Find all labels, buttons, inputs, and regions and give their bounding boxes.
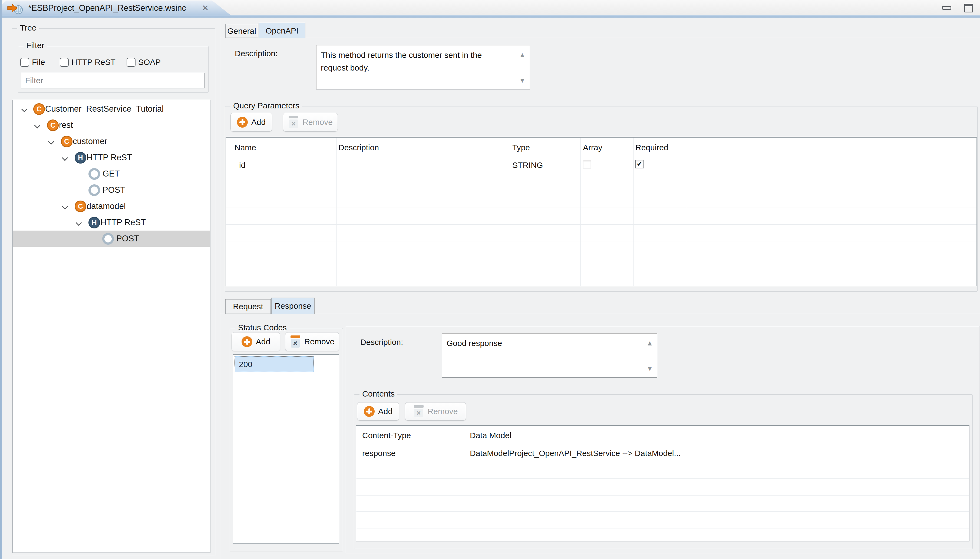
tree-item-label: POST: [103, 182, 125, 198]
description-label: Description:: [235, 49, 277, 58]
description-textarea[interactable]: This method returns the customer sent in…: [316, 45, 530, 89]
tabbar-underline: [2, 15, 980, 18]
close-icon[interactable]: ✕: [200, 3, 211, 14]
response-description-label: Description:: [360, 337, 403, 347]
add-button-label: Add: [256, 337, 270, 346]
add-button-label: Add: [251, 117, 265, 127]
tab-request-label: Request: [233, 302, 263, 311]
filter-checkbox-http-rest[interactable]: [60, 58, 69, 67]
class-icon: [33, 103, 45, 115]
chevron-down-icon[interactable]: [22, 107, 27, 112]
tree-item-label: HTTP ReST: [100, 214, 146, 231]
tree-item-customer[interactable]: customer: [13, 133, 210, 149]
tree-item-post[interactable]: POST: [13, 182, 210, 198]
scroll-up-icon[interactable]: ▲: [519, 51, 526, 58]
query-parameters-add-button[interactable]: Add: [230, 113, 272, 132]
query-parameters-table: Name Description Type Array Required id …: [226, 137, 977, 286]
add-icon: [364, 406, 375, 417]
class-icon: [61, 136, 73, 147]
tree-item-label: Customer_RestService_Tutorial: [45, 101, 164, 117]
col-header-required: Required: [635, 143, 668, 152]
filter-group-label: Filter: [23, 41, 47, 50]
description-text: This method returns the customer sent in…: [321, 49, 489, 74]
filter-checkbox-file-label: File: [32, 57, 45, 67]
tree-item-rest[interactable]: rest: [13, 117, 210, 133]
tab-openapi[interactable]: OpenAPI: [259, 23, 305, 38]
chevron-down-icon[interactable]: [76, 220, 81, 226]
status-code-item-200[interactable]: 200: [235, 356, 314, 372]
http-rest-icon: [88, 217, 100, 228]
status-codes-add-button[interactable]: Add: [232, 332, 280, 351]
tree-item-root[interactable]: Customer_RestService_Tutorial: [13, 101, 210, 117]
service-tree: Customer_RestService_Tutorial rest custo…: [12, 100, 211, 553]
scroll-down-icon[interactable]: ▼: [646, 365, 653, 372]
col-header-description: Description: [338, 143, 379, 152]
panel-divider[interactable]: [220, 18, 220, 559]
contents-label: Contents: [360, 389, 397, 399]
add-icon: [237, 117, 248, 127]
response-description-text: Good response: [446, 337, 614, 349]
chevron-down-icon[interactable]: [48, 139, 54, 145]
scroll-down-icon[interactable]: ▼: [519, 77, 526, 84]
chevron-down-icon[interactable]: [62, 204, 68, 210]
tree-item-label: customer: [73, 133, 107, 149]
contents-table: Content-Type Data Model response DataMod…: [356, 425, 970, 541]
cell-data-model[interactable]: DataModelProject_OpenAPI_RestService -->…: [470, 449, 681, 458]
array-checkbox[interactable]: [583, 160, 591, 169]
tree-item-label: rest: [59, 117, 73, 133]
contents-remove-button[interactable]: × Remove: [405, 402, 466, 421]
tab-general[interactable]: General: [226, 24, 258, 38]
query-parameters-remove-button[interactable]: × Remove: [283, 113, 338, 132]
tab-response-label: Response: [275, 301, 311, 311]
editor-tab-title: *ESBProject_OpenAPI_RestService.wsinc: [28, 0, 186, 15]
chevron-down-icon[interactable]: [35, 123, 40, 128]
col-header-data-model: Data Model: [470, 431, 511, 440]
col-header-type: Type: [512, 143, 530, 152]
filter-input[interactable]: [21, 73, 204, 88]
filter-checkbox-soap[interactable]: [127, 58, 136, 67]
tree-item-post-selected[interactable]: POST: [13, 231, 210, 247]
tree-item-http-rest-2[interactable]: HTTP ReST: [13, 214, 210, 231]
tree-item-http-rest[interactable]: HTTP ReST: [13, 149, 210, 166]
maximize-icon[interactable]: [964, 4, 973, 12]
editor-tab[interactable]: *ESBProject_OpenAPI_RestService.wsinc ✕: [2, 0, 231, 15]
status-codes-remove-button[interactable]: × Remove: [285, 332, 339, 351]
filter-checkbox-http-rest-label: HTTP ReST: [71, 57, 116, 67]
sub-tab-row-border: [220, 314, 980, 314]
response-description-textarea[interactable]: Good response ▲ ▼: [442, 333, 657, 378]
http-rest-icon: [75, 152, 86, 164]
tree-item-datamodel[interactable]: datamodel: [13, 198, 210, 214]
tree-item-label: HTTP ReST: [86, 149, 132, 166]
required-checkbox[interactable]: [635, 160, 644, 169]
contents-add-button[interactable]: Add: [357, 402, 399, 421]
trash-icon: ×: [288, 116, 299, 128]
cell-name[interactable]: id: [239, 160, 245, 170]
filter-checkbox-soap-label: SOAP: [138, 57, 161, 67]
tab-general-label: General: [227, 26, 256, 36]
cell-type[interactable]: STRING: [512, 160, 543, 170]
esb-editor-window: *ESBProject_OpenAPI_RestService.wsinc ✕ …: [0, 0, 980, 559]
operation-icon: [88, 168, 100, 180]
tab-response[interactable]: Response: [271, 298, 315, 314]
chevron-down-icon[interactable]: [62, 155, 68, 161]
editor-tabbar: *ESBProject_OpenAPI_RestService.wsinc ✕: [2, 0, 980, 15]
tree-item-get[interactable]: GET: [13, 166, 210, 182]
remove-button-label: Remove: [428, 407, 458, 416]
trash-icon: ×: [413, 405, 424, 418]
tab-request[interactable]: Request: [226, 299, 271, 314]
editor-body: Tree Filter File HTTP ReST SOAP Customer…: [2, 18, 980, 559]
scroll-up-icon[interactable]: ▲: [646, 339, 653, 347]
query-parameters-label: Query Parameters: [230, 101, 302, 110]
filter-checkbox-file[interactable]: [20, 58, 29, 67]
operation-icon: [102, 233, 114, 245]
status-codes-label: Status Codes: [235, 323, 289, 332]
operation-icon: [88, 184, 100, 196]
tree-item-label: datamodel: [86, 198, 126, 214]
wsinc-file-icon: [7, 3, 28, 16]
class-icon: [75, 200, 86, 212]
minimize-icon[interactable]: [942, 6, 951, 10]
cell-content-type[interactable]: response: [362, 449, 395, 458]
col-header-name: Name: [234, 143, 256, 152]
tree-item-label: GET: [103, 166, 120, 182]
col-header-array: Array: [583, 143, 602, 152]
